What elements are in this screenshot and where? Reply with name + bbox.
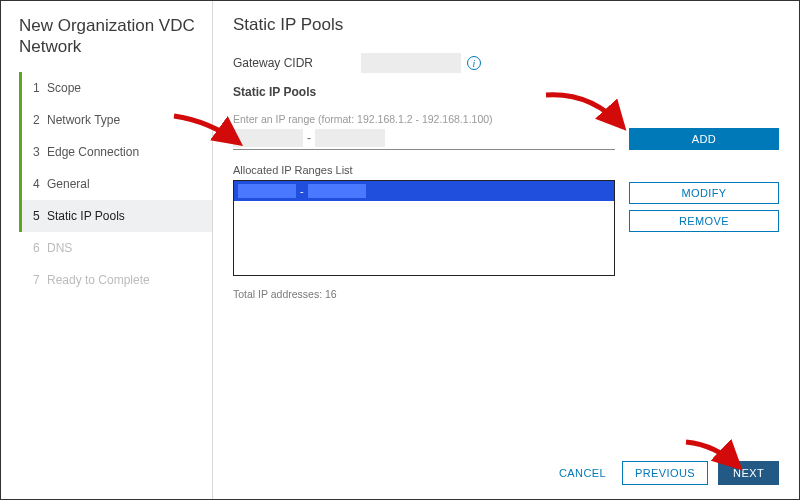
dash-separator: - [298, 185, 306, 197]
step-dns: 6DNS [19, 232, 212, 264]
page-title: Static IP Pools [233, 15, 779, 35]
gateway-cidr-input[interactable] [361, 53, 461, 73]
next-button[interactable]: NEXT [718, 461, 779, 485]
allocated-ranges-list[interactable]: - [233, 180, 615, 276]
range-start-chip [238, 184, 296, 198]
remove-button[interactable]: REMOVE [629, 210, 779, 232]
previous-button[interactable]: PREVIOUS [622, 461, 708, 485]
dash-separator: - [307, 131, 311, 145]
allocated-list-label: Allocated IP Ranges List [233, 164, 615, 176]
ip-range-end-input[interactable] [315, 129, 385, 147]
pools-section-label: Static IP Pools [233, 85, 779, 99]
gateway-label: Gateway CIDR [233, 56, 361, 70]
allocated-range-item[interactable]: - [234, 181, 614, 201]
total-ip-count: Total IP addresses: 16 [233, 288, 779, 300]
ip-range-start-input[interactable] [233, 129, 303, 147]
step-scope[interactable]: 1Scope [19, 72, 212, 104]
step-ready: 7Ready to Complete [19, 264, 212, 296]
wizard-sidebar: New Organization VDC Network 1Scope 2Net… [1, 1, 213, 499]
wizard-footer: CANCEL PREVIOUS NEXT [553, 461, 779, 485]
gateway-row: Gateway CIDR i [233, 53, 779, 73]
step-static-ip-pools[interactable]: 5Static IP Pools [19, 200, 212, 232]
step-edge-connection[interactable]: 3Edge Connection [19, 136, 212, 168]
modify-button[interactable]: MODIFY [629, 182, 779, 204]
add-button[interactable]: ADD [629, 128, 779, 150]
ip-range-input-group: - [233, 129, 615, 150]
step-network-type[interactable]: 2Network Type [19, 104, 212, 136]
wizard-title: New Organization VDC Network [19, 15, 212, 58]
cancel-button[interactable]: CANCEL [553, 463, 612, 483]
main-panel: Static IP Pools Gateway CIDR i Static IP… [213, 1, 799, 499]
range-end-chip [308, 184, 366, 198]
range-hint: Enter an IP range (format: 192.168.1.2 -… [233, 113, 615, 125]
wizard-steps: 1Scope 2Network Type 3Edge Connection 4G… [19, 72, 212, 296]
info-icon[interactable]: i [467, 56, 481, 70]
step-general[interactable]: 4General [19, 168, 212, 200]
